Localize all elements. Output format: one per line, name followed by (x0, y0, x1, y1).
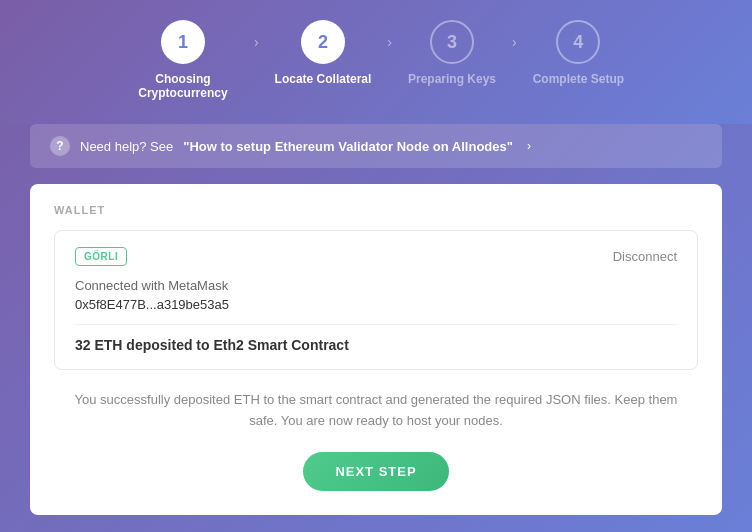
help-icon: ? (50, 136, 70, 156)
step-4: 4 Complete Setup (533, 20, 624, 86)
step-3-circle: 3 (430, 20, 474, 64)
step-4-wrapper: 4 Complete Setup (533, 20, 624, 86)
help-banner[interactable]: ? Need help? See "How to setup Ethereum … (30, 124, 722, 168)
step-1-wrapper: 1 Choosing Cryptocurrency › (128, 20, 275, 100)
step-2-circle: 2 (301, 20, 345, 64)
disconnect-button[interactable]: Disconnect (613, 249, 677, 264)
arrow-3: › (512, 34, 517, 50)
main-card: WALLET GÖRLI Disconnect Connected with M… (30, 184, 722, 515)
help-text-prefix: Need help? See (80, 139, 173, 154)
wallet-deposit-text: 32 ETH deposited to Eth2 Smart Contract (75, 337, 677, 353)
wallet-connected-text: Connected with MetaMask (75, 278, 677, 293)
next-step-button[interactable]: NEXT STEP (303, 452, 448, 491)
next-step-container: NEXT STEP (54, 452, 698, 491)
wallet-card-header: GÖRLI Disconnect (75, 247, 677, 266)
step-1-label: Choosing Cryptocurrency (128, 72, 238, 100)
help-link[interactable]: "How to setup Ethereum Validator Node on… (183, 139, 513, 154)
step-3-label: Preparing Keys (408, 72, 496, 86)
step-2: 2 Locate Collateral (275, 20, 372, 86)
step-1-circle: 1 (161, 20, 205, 64)
step-4-label: Complete Setup (533, 72, 624, 86)
step-3-wrapper: 3 Preparing Keys › (408, 20, 533, 86)
description-text: You successfully deposited ETH to the sm… (54, 390, 698, 432)
arrow-1: › (254, 34, 259, 50)
step-2-label: Locate Collateral (275, 72, 372, 86)
wallet-address: 0x5f8E477B...a319be53a5 (75, 297, 677, 325)
step-1: 1 Choosing Cryptocurrency (128, 20, 238, 100)
wallet-card: GÖRLI Disconnect Connected with MetaMask… (54, 230, 698, 370)
step-3: 3 Preparing Keys (408, 20, 496, 86)
help-arrow: › (527, 139, 531, 153)
step-4-circle: 4 (556, 20, 600, 64)
wallet-section-label: WALLET (54, 204, 698, 216)
arrow-2: › (387, 34, 392, 50)
step-2-wrapper: 2 Locate Collateral › (275, 20, 408, 86)
gorli-badge: GÖRLI (75, 247, 127, 266)
stepper: 1 Choosing Cryptocurrency › 2 Locate Col… (0, 0, 752, 124)
